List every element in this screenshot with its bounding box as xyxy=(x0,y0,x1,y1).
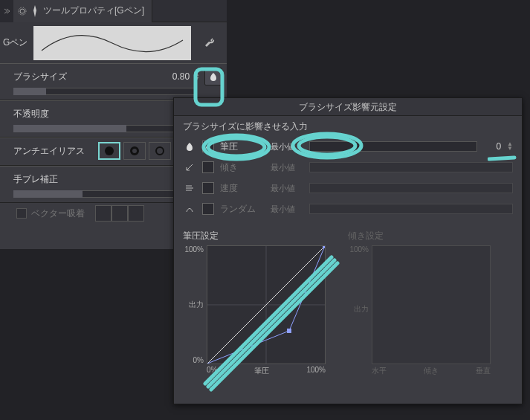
random-checkbox[interactable] xyxy=(202,203,214,215)
tilt-graph-x-right: 垂直 xyxy=(476,366,491,376)
vector-snap-slot-1[interactable] xyxy=(95,205,112,222)
vector-snap-label: ベクター吸着 xyxy=(31,207,85,220)
tool-preview-row: Gペン xyxy=(0,22,227,63)
tilt-graph xyxy=(372,245,491,364)
pressure-graph-title: 筆圧設定 xyxy=(183,230,326,242)
pressure-min-stepper[interactable]: ▲▼ xyxy=(507,142,513,151)
pressure-min-value[interactable]: 0 xyxy=(483,141,501,152)
random-name: ランダム xyxy=(220,203,265,216)
vector-snap-slot-2[interactable] xyxy=(112,205,128,222)
velocity-min-label: 最小値 xyxy=(271,183,303,194)
antialias-label: アンチエイリアス xyxy=(13,145,95,158)
pressure-checkbox[interactable] xyxy=(202,140,214,152)
pressure-min-label: 最小値 xyxy=(271,141,303,152)
tilt-graph-y-mid: 出力 xyxy=(354,304,369,314)
pressure-icon xyxy=(183,140,196,153)
velocity-min-slider xyxy=(309,183,513,193)
brush-size-dynamics-popup: ブラシサイズ影響元設定 ブラシサイズに影響させる入力 筆圧 最小値 0 ▲▼ 傾… xyxy=(173,97,523,404)
pressure-graph-x-mid: 筆圧 xyxy=(254,366,269,376)
brush-size-stepper[interactable]: ▲▼ xyxy=(194,72,200,81)
svg-rect-6 xyxy=(323,246,325,248)
influence-row-tilt: 傾き 最小値 xyxy=(183,157,513,178)
tool-name-label: Gペン xyxy=(0,36,33,49)
stabilizer-slider[interactable] xyxy=(13,190,195,198)
tilt-name: 傾き xyxy=(220,161,265,174)
pressure-graph-x-left: 0% xyxy=(207,366,217,376)
tilt-graph-title: 傾き設定 xyxy=(348,230,491,242)
panel-collapse-handle[interactable] xyxy=(0,0,13,22)
opacity-slider[interactable] xyxy=(13,125,195,132)
panel-tab[interactable]: ツールプロパティ[Gペン] xyxy=(13,0,152,22)
velocity-icon xyxy=(183,181,196,195)
pressure-graph[interactable] xyxy=(207,245,326,364)
panel-tab-title: ツールプロパティ[Gペン] xyxy=(43,4,144,17)
random-min-slider xyxy=(309,204,513,214)
pressure-graph-y-mid: 出力 xyxy=(189,300,204,310)
antialias-option-3[interactable] xyxy=(149,142,171,160)
prop-brush-size: ブラシサイズ 0.80 ▲▼ xyxy=(0,63,227,100)
stabilizer-label: 手ブレ補正 xyxy=(13,173,95,186)
pressure-graph-block: 筆圧設定 100% 出力 0% xyxy=(183,230,326,376)
random-min-label: 最小値 xyxy=(271,204,303,215)
antialias-option-1[interactable] xyxy=(98,142,120,160)
popup-title: ブラシサイズ影響元設定 xyxy=(174,98,522,116)
panel-header: ツールプロパティ[Gペン] xyxy=(0,0,227,22)
pressure-min-slider[interactable] xyxy=(309,141,477,152)
random-icon xyxy=(183,202,196,216)
brush-icon xyxy=(30,4,40,18)
pressure-icon xyxy=(208,71,219,82)
vector-snap-slot-3[interactable] xyxy=(128,205,144,222)
tilt-min-label: 最小値 xyxy=(271,162,303,173)
opacity-label: 不透明度 xyxy=(13,108,95,120)
stroke-preview[interactable] xyxy=(33,26,191,60)
velocity-name: 速度 xyxy=(220,182,265,195)
influence-row-pressure: 筆圧 最小値 0 ▲▼ xyxy=(183,136,513,157)
tilt-min-slider xyxy=(309,162,513,172)
antialias-option-2[interactable] xyxy=(123,142,146,160)
vector-snap-checkbox[interactable] xyxy=(16,208,27,219)
tilt-graph-x-mid: 傾き xyxy=(424,366,439,376)
tilt-graph-y-top: 100% xyxy=(349,245,369,253)
brush-size-slider[interactable] xyxy=(13,88,195,95)
svg-rect-5 xyxy=(287,329,291,333)
popup-section-label: ブラシサイズに影響させる入力 xyxy=(183,120,513,133)
tilt-checkbox[interactable] xyxy=(202,161,214,173)
wrench-icon xyxy=(203,36,218,51)
gear-icon xyxy=(18,7,27,16)
tilt-graph-x-left: 水平 xyxy=(372,366,387,376)
influence-row-velocity: 速度 最小値 xyxy=(183,178,513,198)
velocity-checkbox[interactable] xyxy=(202,182,214,194)
svg-point-0 xyxy=(20,9,25,13)
pressure-graph-x-right: 100% xyxy=(306,366,326,376)
pressure-name: 筆圧 xyxy=(220,140,265,153)
brush-size-label: ブラシサイズ xyxy=(13,71,95,83)
pressure-graph-y-bot: 0% xyxy=(193,356,204,364)
tilt-icon xyxy=(183,161,196,174)
pressure-graph-y-top: 100% xyxy=(184,245,204,253)
influence-row-random: ランダム 最小値 xyxy=(183,198,513,219)
brush-size-dynamics-button[interactable] xyxy=(204,68,222,85)
brush-size-value[interactable]: 0.80 xyxy=(157,71,190,82)
tilt-graph-block: 傾き設定 100% 出力 水平 傾き 垂直 xyxy=(348,230,491,376)
subtool-detail-button[interactable] xyxy=(194,22,227,63)
